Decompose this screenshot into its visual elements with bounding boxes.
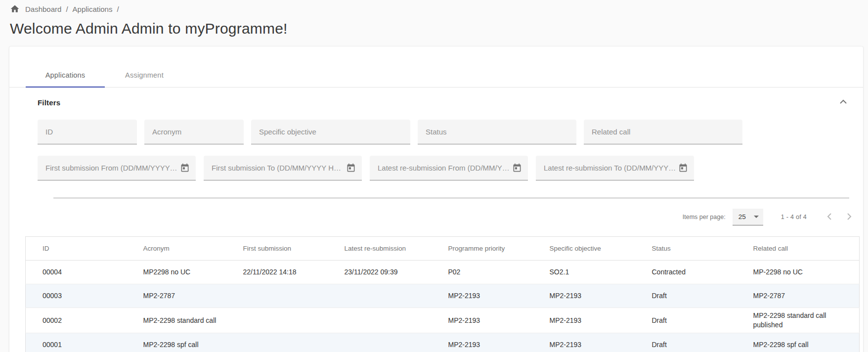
cell-id: 00003 xyxy=(26,284,127,308)
cell-specific-objective: MP2-2193 xyxy=(533,333,635,352)
filter-id-input[interactable] xyxy=(38,120,137,144)
filter-related-call-input[interactable] xyxy=(584,120,742,144)
content-card: Applications Assignment Filters xyxy=(9,46,864,352)
filter-status-input[interactable] xyxy=(418,120,576,144)
column-header-related-call: Related call xyxy=(737,237,860,261)
cell-specific-objective: SO2.1 xyxy=(533,261,635,284)
tab-assignment-label: Assignment xyxy=(125,71,164,79)
next-page-button[interactable] xyxy=(839,207,859,227)
calendar-icon[interactable] xyxy=(512,163,522,173)
filter-first-submission-from-input[interactable] xyxy=(38,156,180,180)
cell-first-submission xyxy=(226,308,328,333)
breadcrumb-applications[interactable]: Applications xyxy=(73,5,113,13)
cell-acronym: MP2298 no UC xyxy=(127,261,226,284)
cell-acronym: MP2-2298 standard call xyxy=(127,308,226,333)
column-header-latest-resubmission: Latest re-submission xyxy=(328,237,432,261)
filter-first-submission-from-field xyxy=(38,156,196,180)
cell-id: 00004 xyxy=(26,261,127,284)
column-header-status: Status xyxy=(635,237,737,261)
filter-specific-objective-input[interactable] xyxy=(251,120,410,144)
cell-latest-resubmission xyxy=(328,308,432,333)
cell-status: Draft xyxy=(635,284,737,308)
filter-latest-resubmission-to-field xyxy=(536,156,694,180)
pagination-range-label: 1 - 4 of 4 xyxy=(781,214,807,220)
home-icon[interactable] xyxy=(10,4,20,14)
items-per-page-value: 25 xyxy=(738,213,746,220)
previous-page-button[interactable] xyxy=(820,207,839,227)
cell-first-submission xyxy=(226,333,328,352)
calendar-icon[interactable] xyxy=(346,163,356,173)
calendar-icon[interactable] xyxy=(678,163,688,173)
cell-acronym: MP2-2787 xyxy=(127,284,226,308)
filters-divider xyxy=(53,198,849,198)
cell-first-submission: 22/11/2022 14:18 xyxy=(226,261,328,284)
cell-id: 00002 xyxy=(26,308,127,333)
tab-bar: Applications Assignment xyxy=(9,63,863,88)
chevron-up-icon xyxy=(837,96,849,109)
cell-acronym: MP2-2298 spf call xyxy=(127,333,226,352)
column-header-programme-priority: Programme priority xyxy=(432,237,533,261)
filter-latest-resubmission-from-input[interactable] xyxy=(370,156,512,180)
items-per-page-label: Items per page: xyxy=(683,214,726,220)
cell-status: Draft xyxy=(635,333,737,352)
cell-latest-resubmission xyxy=(328,333,432,352)
cell-first-submission xyxy=(226,284,328,308)
column-header-acronym: Acronym xyxy=(127,237,226,261)
chevron-right-icon xyxy=(843,211,855,224)
cell-related-call: MP2-2298 standard call published xyxy=(737,308,860,333)
cell-programme-priority: MP2-2193 xyxy=(432,284,533,308)
tab-assignment[interactable]: Assignment xyxy=(105,63,184,87)
collapse-filters-button[interactable] xyxy=(837,96,849,109)
tab-applications[interactable]: Applications xyxy=(26,63,105,87)
page-title: Welcome Admin Admin to myProgramme! xyxy=(10,19,868,39)
filter-first-submission-to-input[interactable] xyxy=(204,156,346,180)
table-row[interactable]: 00001 MP2-2298 spf call MP2-2193 MP2-219… xyxy=(26,333,860,352)
table-header-row: ID Acronym First submission Latest re-su… xyxy=(26,237,860,261)
calendar-icon[interactable] xyxy=(180,163,190,173)
table-row[interactable]: 00003 MP2-2787 MP2-2193 MP2-2193 Draft M… xyxy=(26,284,860,308)
filters-section: Filters xyxy=(9,96,863,198)
filter-latest-resubmission-to-input[interactable] xyxy=(536,156,678,180)
paginator: Items per page: 25 1 - 4 of 4 xyxy=(9,206,863,228)
filters-title: Filters xyxy=(38,98,60,107)
filter-first-submission-to-field xyxy=(204,156,362,180)
cell-status: Contracted xyxy=(635,261,737,284)
column-header-first-submission: First submission xyxy=(226,237,328,261)
chevron-left-icon xyxy=(824,211,835,224)
applications-table: ID Acronym First submission Latest re-su… xyxy=(25,236,860,352)
filter-latest-resubmission-from-field xyxy=(370,156,528,180)
cell-status: Draft xyxy=(635,308,737,333)
table-row[interactable]: 00002 MP2-2298 standard call MP2-2193 MP… xyxy=(26,308,860,333)
column-header-specific-objective: Specific objective xyxy=(533,237,635,261)
items-per-page-select[interactable]: 25 xyxy=(733,209,763,225)
filter-acronym-input[interactable] xyxy=(144,120,244,144)
breadcrumb: Dashboard / Applications / xyxy=(10,0,868,14)
cell-related-call: MP-2298 no UC xyxy=(737,261,860,284)
breadcrumb-separator: / xyxy=(66,5,68,13)
table-row[interactable]: 00004 MP2298 no UC 22/11/2022 14:18 23/1… xyxy=(26,261,860,284)
cell-id: 00001 xyxy=(26,333,127,352)
caret-down-icon xyxy=(754,216,759,218)
column-header-id: ID xyxy=(26,237,127,261)
cell-programme-priority: MP2-2193 xyxy=(432,333,533,352)
cell-latest-resubmission xyxy=(328,284,432,308)
breadcrumb-separator: / xyxy=(117,5,119,13)
breadcrumb-dashboard[interactable]: Dashboard xyxy=(25,5,61,13)
tab-applications-label: Applications xyxy=(45,71,86,79)
cell-related-call: MP2-2787 xyxy=(737,284,860,308)
cell-latest-resubmission: 23/11/2022 09:39 xyxy=(328,261,432,284)
cell-related-call: MP2-2298 spf call xyxy=(737,333,860,352)
cell-specific-objective: MP2-2193 xyxy=(533,308,635,333)
cell-programme-priority: MP2-2193 xyxy=(432,308,533,333)
cell-programme-priority: P02 xyxy=(432,261,533,284)
cell-specific-objective: MP2-2193 xyxy=(533,284,635,308)
